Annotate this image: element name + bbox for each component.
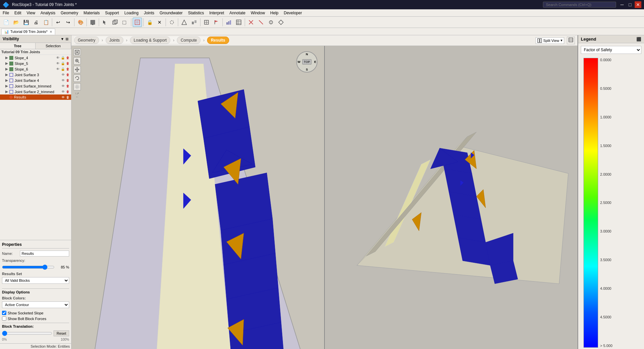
eye-button[interactable]: 👁 [56,62,60,65]
show-bolt-checkbox[interactable] [2,316,6,321]
close-x-button[interactable]: ✕ [155,18,164,27]
breadcrumb-compute[interactable]: Compute [177,37,200,44]
undo-button[interactable]: ↩ [54,18,63,27]
delete-button[interactable]: 🗑 [66,56,70,60]
eye-button[interactable]: 👁 [56,67,60,71]
minimize-button[interactable]: ─ [619,1,625,8]
compass-top-button[interactable]: TOP [302,59,312,65]
view-settings-button[interactable] [567,37,575,44]
export-button[interactable]: 📋 [41,18,51,27]
color-picker-button[interactable]: 🎨 [76,18,85,27]
breadcrumb-joints[interactable]: Joints [106,37,123,44]
breadcrumb-geometry[interactable]: Geometry [74,37,99,44]
table-button[interactable] [234,18,243,27]
eye-button[interactable]: 👁 [61,90,65,93]
group-button[interactable] [190,18,199,27]
save-button[interactable]: 💾 [21,18,31,27]
tree-item-slope6[interactable]: ▶ Slope_6 👁 🔒 🗑 [0,66,71,72]
tool3-button[interactable] [266,18,276,27]
legend-factor-select[interactable]: Factor of Safety [581,46,641,54]
tree-item-joint2-trimmed[interactable]: ▶ Joint Surface 2_trimmed 👁 🗑 [0,89,71,94]
lock-action-button[interactable]: 🔒 [61,56,65,60]
tree-item-slope5[interactable]: ▶ Slope_5 👁 🔒 🗑 [0,61,71,66]
visibility-expand-button[interactable]: ⊞ [65,37,68,41]
delete-button[interactable]: 🗑 [66,67,70,71]
close-button[interactable]: ✕ [635,1,641,8]
menu-loading[interactable]: Loading [122,10,141,16]
menu-analysis[interactable]: Analysis [38,10,58,16]
title-search-input[interactable] [543,2,616,8]
vis-tab-selection[interactable]: Selection [36,43,71,49]
legend-expand-button[interactable]: ⬛ [636,37,641,42]
breadcrumb-results[interactable]: Results [207,37,229,44]
maximize-button[interactable]: □ [627,1,633,8]
delete-button[interactable]: 🗑 [66,84,70,88]
new-button[interactable]: 📄 [1,18,11,27]
tool2-button[interactable] [256,18,266,27]
grid-button[interactable] [73,83,81,90]
tree-item-joint4[interactable]: ▶ Joint Surface 4 👁 🗑 [0,78,71,83]
menu-developer[interactable]: Developer [281,10,305,16]
menu-interpret[interactable]: Interpret [206,10,227,16]
menu-annotate[interactable]: Annotate [227,10,248,16]
visibility-collapse-button[interactable]: ▼ [61,37,64,41]
zoom-button[interactable] [73,57,81,65]
tree-item-joint3[interactable]: ▶ Joint Surface 3 👁 🗑 [0,72,71,78]
select-button[interactable] [100,18,110,27]
reset-translation-button[interactable]: Reset [54,330,69,336]
lock-action-button[interactable]: 🔒 [61,62,65,65]
tool4-button[interactable] [276,18,286,27]
flag-button[interactable] [212,18,221,27]
menu-groundwater[interactable]: Groundwater [157,10,185,16]
3d-view-button[interactable] [110,18,120,27]
block-colors-select[interactable]: Active Contour Block Color Single Color [2,301,69,308]
lock-action-button[interactable]: 🔒 [61,67,65,71]
eye-button[interactable]: 👁 [61,95,65,99]
menu-edit[interactable]: Edit [12,10,24,16]
menu-joints[interactable]: Joints [141,10,157,16]
lock-button[interactable]: 🔒 [145,18,154,27]
eye-button[interactable]: 👁 [61,79,65,82]
menu-statistics[interactable]: Statistics [185,10,206,16]
pan-button[interactable] [73,66,81,73]
eye-button[interactable]: 👁 [61,84,65,88]
delete-button[interactable]: 🗑 [66,73,70,77]
eye-button[interactable]: 👁 [56,56,60,60]
menu-geometry[interactable]: Geometry [58,10,81,16]
show-socketed-checkbox[interactable] [2,311,6,315]
menu-materials[interactable]: Materials [81,10,102,16]
wireframe-button[interactable] [120,18,130,27]
results-set-select[interactable]: All Valid Blocks Active Blocks Failed Bl… [2,277,69,284]
select-mode-button[interactable] [133,18,142,27]
split-view-select[interactable]: Split View ▾ [536,37,564,44]
menu-view[interactable]: View [24,10,38,16]
shape-dropdown-button[interactable] [88,18,97,27]
rotate-button[interactable] [73,75,81,82]
menu-window[interactable]: Window [248,10,268,16]
transparency-slider[interactable] [2,264,55,270]
tree-item-slope4[interactable]: ▶ Slope_4 👁 🔒 🗑 [0,55,71,61]
menu-support[interactable]: Support [102,10,122,16]
breadcrumb-loading[interactable]: Loading & Support [130,37,170,44]
tool1-button[interactable] [246,18,256,27]
shape3-button[interactable] [180,18,189,27]
delete-button[interactable]: 🗑 [66,62,70,65]
print-button[interactable]: 🖨 [31,18,41,27]
lasso-button[interactable] [167,18,177,27]
delete-button[interactable]: 🗑 [66,95,70,99]
vis-tab-tree[interactable]: Tree [0,43,36,49]
chart-button[interactable] [224,18,233,27]
tree-item-joint-trimmed[interactable]: ▶ Joint Surface_trimmed 👁 🗑 [0,83,71,89]
tab-close-button[interactable]: ✕ [50,30,52,34]
open-button[interactable]: 📂 [11,18,21,27]
eye-button[interactable]: 👁 [61,73,65,77]
delete-button[interactable]: 🗑 [66,90,70,93]
mesh-button[interactable] [202,18,211,27]
menu-help[interactable]: Help [268,10,281,16]
zoom-extent-button[interactable] [73,49,81,56]
delete-button[interactable]: 🗑 [66,79,70,82]
tree-item-results[interactable]: Results 👁 🗑 [0,94,71,100]
redo-button[interactable]: ↪ [64,18,73,27]
translation-slider[interactable] [2,331,52,336]
name-input[interactable] [20,251,69,257]
